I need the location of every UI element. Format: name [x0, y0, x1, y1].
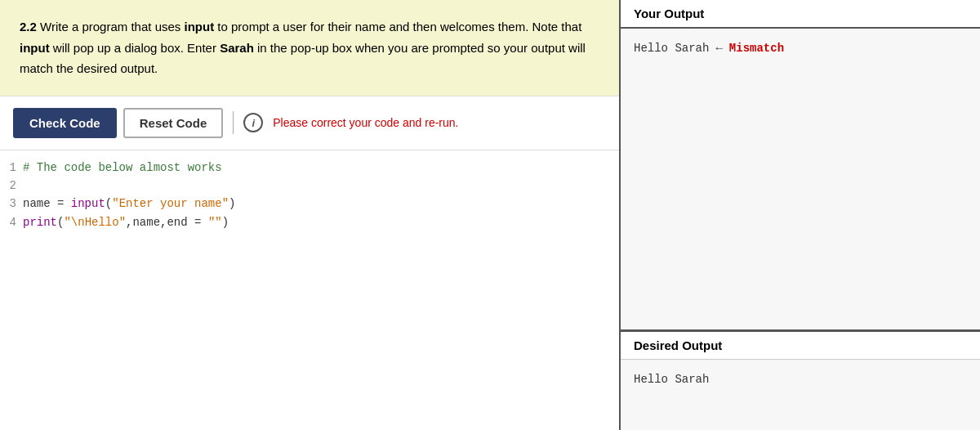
- desired-section: Desired Output Hello Sarah: [621, 332, 980, 430]
- reset-code-button[interactable]: Reset Code: [123, 108, 224, 138]
- check-code-button[interactable]: Check Code: [13, 108, 117, 138]
- line-num-4: 4: [0, 213, 23, 231]
- output-header: Your Output: [621, 0, 980, 29]
- code-editor[interactable]: 1 # The code below almost works 2 3 name…: [0, 150, 619, 431]
- code-line-1: 1 # The code below almost works: [0, 159, 619, 177]
- instruction-text-middle1: to prompt a user for their name and then…: [214, 20, 581, 34]
- output-text: Hello Sarah: [634, 42, 709, 55]
- info-icon[interactable]: i: [243, 113, 263, 132]
- error-message: Please correct your code and re-run.: [273, 116, 458, 129]
- instruction-number: 2.2: [20, 20, 37, 34]
- output-section: Your Output Hello Sarah ← Mismatch: [621, 0, 980, 332]
- desired-body: Hello Sarah: [621, 360, 980, 430]
- output-body: Hello Sarah ← Mismatch: [621, 29, 980, 329]
- line-4-content: print("\nHello",name,end = ""): [23, 213, 229, 231]
- code-lines: 1 # The code below almost works 2 3 name…: [0, 159, 619, 232]
- code-line-4: 4 print("\nHello",name,end = ""): [0, 213, 619, 231]
- line-1-content: # The code below almost works: [23, 159, 222, 177]
- instruction-text-before: Write a program that uses: [37, 20, 185, 34]
- line-3-content: name = input("Enter your name"): [23, 195, 235, 213]
- code-line-3: 3 name = input("Enter your name"): [0, 195, 619, 213]
- desired-text: Hello Sarah: [634, 373, 709, 386]
- line-num-2: 2: [0, 177, 23, 195]
- instruction-bold1: input: [185, 20, 215, 34]
- line-num-1: 1: [0, 159, 23, 177]
- instruction-bold2: input: [20, 41, 50, 55]
- right-panel: Your Output Hello Sarah ← Mismatch Desir…: [621, 0, 980, 430]
- line-2-content: [23, 177, 29, 195]
- toolbar: Check Code Reset Code i Please correct y…: [0, 96, 619, 150]
- instruction-box: 2.2 Write a program that uses input to p…: [0, 0, 619, 96]
- instruction-bold3: Sarah: [220, 41, 254, 55]
- mismatch-arrow: ←: [715, 42, 722, 55]
- toolbar-divider: [233, 111, 234, 134]
- left-panel: 2.2 Write a program that uses input to p…: [0, 0, 621, 430]
- code-line-2: 2: [0, 177, 619, 195]
- output-line: Hello Sarah ← Mismatch: [634, 42, 967, 55]
- instruction-text-middle2: will pop up a dialog box. Enter: [50, 41, 220, 55]
- line-num-3: 3: [0, 195, 23, 213]
- mismatch-label: Mismatch: [729, 42, 784, 55]
- desired-header: Desired Output: [621, 332, 980, 360]
